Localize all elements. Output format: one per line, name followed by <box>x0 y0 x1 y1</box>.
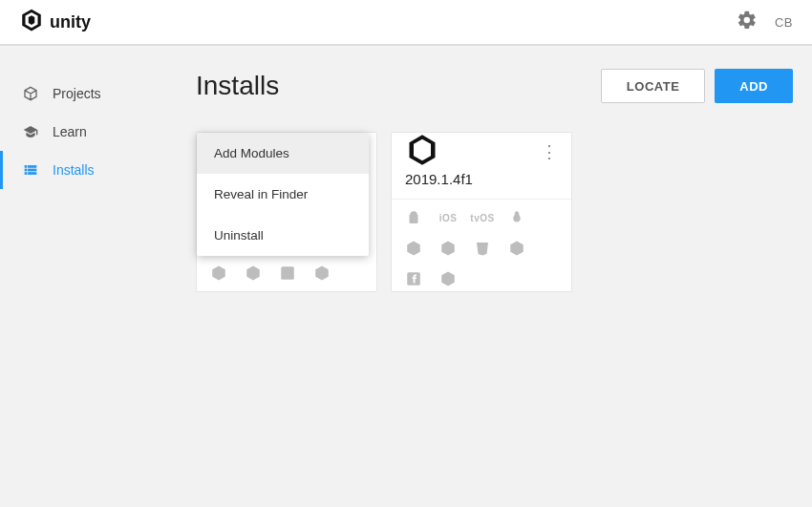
platform-unity-icon <box>439 270 457 287</box>
install-card: ⋮ 2019.1.4f1 iOS tvOS <box>391 132 572 292</box>
sidebar-item-label: Learn <box>53 124 87 139</box>
brand-name: unity <box>50 12 91 32</box>
header-buttons: LOCATE ADD <box>601 69 793 103</box>
svg-rect-5 <box>28 173 36 175</box>
platform-android-icon <box>405 209 422 226</box>
main-content: Installs LOCATE ADD Add Modules Reveal i… <box>177 46 812 507</box>
context-menu: Add Modules Reveal in Finder Uninstall <box>197 133 369 256</box>
sidebar-item-learn[interactable]: Learn <box>0 113 177 151</box>
platform-linux-icon <box>508 209 525 226</box>
graduation-cap-icon <box>22 124 39 139</box>
add-button[interactable]: ADD <box>715 69 793 103</box>
page-title: Installs <box>196 71 279 101</box>
platform-unity-icon <box>405 240 422 257</box>
sidebar-item-projects[interactable]: Projects <box>0 74 177 113</box>
kebab-icon: ⋮ <box>541 142 558 161</box>
platform-ios-icon: iOS <box>439 209 457 226</box>
unity-logo-icon <box>19 8 44 37</box>
install-card: Add Modules Reveal in Finder Uninstall <box>196 132 377 292</box>
gear-icon <box>737 10 758 31</box>
unity-logo-icon <box>405 133 439 171</box>
brand: unity <box>19 8 91 37</box>
platform-unity-icon <box>508 240 525 257</box>
menu-item-add-modules[interactable]: Add Modules <box>197 133 369 174</box>
svg-rect-0 <box>25 165 27 167</box>
platform-unity-icon <box>210 264 227 282</box>
locate-button[interactable]: LOCATE <box>601 69 705 103</box>
cube-icon <box>22 86 39 101</box>
svg-rect-2 <box>25 169 27 171</box>
platform-icons: iOS tvOS <box>392 200 571 295</box>
platform-unity-icon <box>439 240 457 257</box>
settings-button[interactable] <box>737 10 758 34</box>
sidebar-item-label: Installs <box>53 162 95 178</box>
sidebar: Projects Learn Installs <box>0 46 177 507</box>
platform-tvos-icon: tvOS <box>474 209 491 226</box>
platform-facebook-icon <box>405 270 422 287</box>
list-icon <box>22 162 39 178</box>
card-menu-button[interactable]: ⋮ <box>541 143 558 160</box>
sidebar-item-installs[interactable]: Installs <box>0 151 177 189</box>
sidebar-item-label: Projects <box>53 86 101 101</box>
topbar: unity CB <box>0 0 812 46</box>
install-cards: Add Modules Reveal in Finder Uninstall <box>196 132 793 292</box>
platform-facebook-icon <box>279 264 296 282</box>
install-version: 2019.1.4f1 <box>392 171 571 199</box>
platform-unity-icon <box>245 264 262 282</box>
platform-unity-icon <box>313 264 331 282</box>
svg-rect-6 <box>281 266 294 280</box>
platform-webgl-icon <box>474 240 491 257</box>
user-initials[interactable]: CB <box>775 15 793 30</box>
topbar-right: CB <box>737 10 793 34</box>
svg-rect-3 <box>28 169 36 171</box>
svg-rect-4 <box>25 173 27 175</box>
install-card-header: ⋮ <box>392 133 571 171</box>
menu-item-uninstall[interactable]: Uninstall <box>197 215 369 256</box>
menu-item-reveal-in-finder[interactable]: Reveal in Finder <box>197 174 369 215</box>
svg-rect-1 <box>28 165 36 167</box>
platform-icons-peek <box>210 264 331 282</box>
page-header: Installs LOCATE ADD <box>196 69 793 103</box>
